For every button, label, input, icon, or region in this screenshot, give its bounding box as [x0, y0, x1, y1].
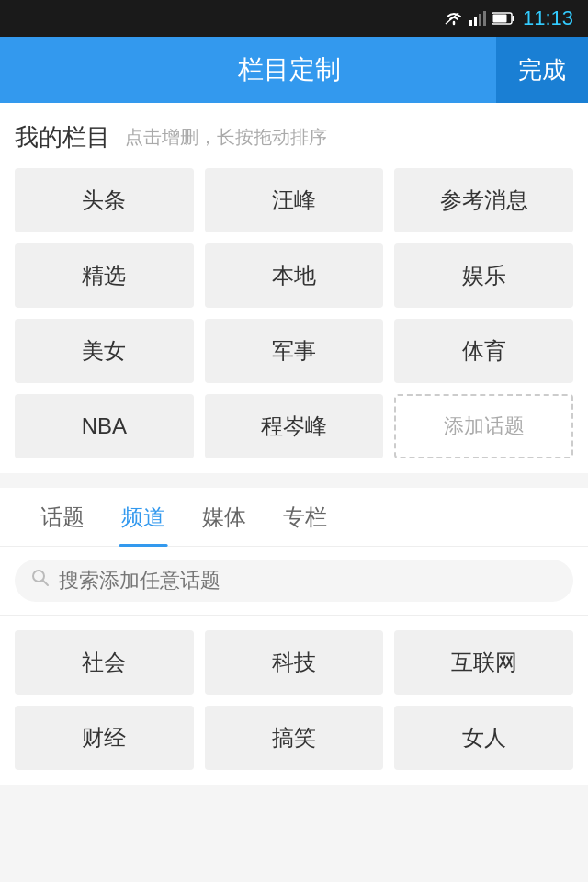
channel-item[interactable]: 娱乐	[394, 243, 573, 308]
add-topic-button[interactable]: 添加话题	[394, 394, 573, 458]
search-input-wrap	[15, 560, 573, 602]
channel-item[interactable]: 参考消息	[394, 168, 573, 232]
channel-item[interactable]: 精选	[15, 243, 194, 308]
tab-channels[interactable]: 频道	[103, 488, 184, 547]
tab-media[interactable]: 媒体	[184, 488, 265, 547]
header-title: 栏目定制	[83, 52, 496, 87]
available-channel-item[interactable]: 社会	[15, 630, 194, 695]
status-time: 11:13	[523, 6, 573, 30]
tab-column[interactable]: 专栏	[265, 488, 345, 547]
svg-rect-6	[512, 16, 514, 21]
search-bar	[0, 547, 588, 616]
channel-item[interactable]: 程岑峰	[205, 394, 384, 458]
channel-item[interactable]: 军事	[205, 319, 384, 383]
channel-item[interactable]: NBA	[15, 394, 194, 458]
my-channels-header: 我的栏目 点击增删，长按拖动排序	[15, 121, 573, 153]
available-channels-section: 社会 科技 互联网 财经 搞笑 女人	[0, 616, 588, 785]
section-divider	[0, 473, 588, 488]
svg-rect-4	[483, 11, 486, 26]
available-channels-grid: 社会 科技 互联网 财经 搞笑 女人	[15, 630, 573, 770]
header: 栏目定制 完成	[0, 37, 588, 103]
search-input[interactable]	[59, 569, 557, 593]
my-channels-grid: 头条 汪峰 参考消息 精选 本地 娱乐 美女 军事 体育 NBA 程岑峰 添加话…	[15, 168, 573, 458]
svg-rect-3	[479, 14, 481, 26]
wifi-icon	[444, 11, 464, 26]
svg-rect-1	[469, 20, 472, 26]
tab-topics[interactable]: 话题	[22, 488, 103, 547]
channel-item[interactable]: 美女	[15, 319, 194, 383]
search-icon	[31, 569, 50, 593]
available-channel-item[interactable]: 搞笑	[205, 706, 384, 770]
signal-icon	[469, 11, 486, 26]
channel-item[interactable]: 汪峰	[205, 168, 384, 232]
battery-icon	[492, 12, 515, 25]
available-channel-item[interactable]: 女人	[394, 706, 573, 770]
svg-line-9	[43, 581, 49, 586]
status-bar: 11:13	[0, 0, 588, 37]
my-channels-title: 我的栏目	[15, 121, 110, 153]
status-icons	[444, 11, 515, 26]
svg-rect-7	[492, 15, 506, 23]
available-channel-item[interactable]: 互联网	[394, 630, 573, 695]
available-channel-item[interactable]: 科技	[205, 630, 384, 695]
channel-item[interactable]: 本地	[205, 243, 384, 308]
tabs-row: 话题 频道 媒体 专栏	[0, 488, 588, 547]
available-channel-item[interactable]: 财经	[15, 706, 194, 770]
svg-rect-2	[474, 17, 477, 26]
channel-item[interactable]: 体育	[394, 319, 573, 383]
channel-item[interactable]: 头条	[15, 168, 194, 232]
tabs-section: 话题 频道 媒体 专栏 社会 科技 互联网 财经	[0, 488, 588, 785]
my-channels-section: 我的栏目 点击增删，长按拖动排序 头条 汪峰 参考消息 精选 本地 娱乐 美女 …	[0, 103, 588, 473]
done-button[interactable]: 完成	[496, 37, 588, 103]
my-channels-hint: 点击增删，长按拖动排序	[125, 125, 327, 150]
